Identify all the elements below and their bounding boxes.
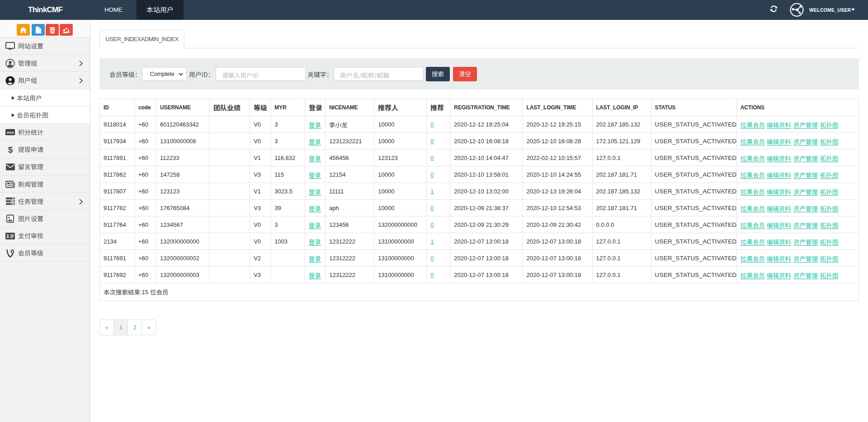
svg-text:VISA: VISA	[6, 131, 14, 134]
svg-text:$: $	[8, 145, 13, 155]
